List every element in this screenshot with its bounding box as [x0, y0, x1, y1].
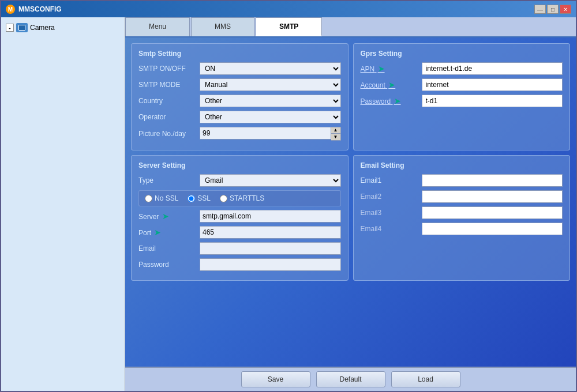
smtp-setting-title: Smtp Setting [138, 50, 341, 58]
server-email-label: Email [138, 244, 196, 252]
radio-starttls-input[interactable] [220, 195, 227, 202]
smtp-country-label: Country [138, 97, 196, 105]
gprs-apn-input[interactable] [422, 62, 563, 75]
email1-row: Email1 [361, 174, 563, 187]
radio-ssl-label: SSL [197, 194, 211, 202]
smtp-on-off-select[interactable]: ON OFF [200, 62, 341, 75]
title-bar-left: M MMSCONFIG [6, 5, 62, 14]
server-password-row: Password [138, 258, 341, 271]
radio-starttls[interactable]: STARTTLS [220, 194, 264, 202]
email4-label: Email4 [361, 225, 418, 233]
camera-label: Camera [30, 24, 55, 32]
server-port-label: Port ➤ [138, 228, 196, 237]
account-arrow: ➤ [388, 80, 395, 89]
radio-ssl[interactable]: SSL [188, 194, 211, 202]
title-buttons: — □ ✕ [534, 5, 571, 14]
smtp-mode-select[interactable]: Manual Auto [200, 78, 341, 91]
smtp-setting-box: Smtp Setting SMTP ON/OFF ON OFF SMTP MOD… [131, 43, 349, 150]
main-window: M MMSCONFIG — □ ✕ - Camera Menu [0, 0, 577, 392]
server-port-row: Port ➤ [138, 226, 341, 239]
server-type-label: Type [138, 176, 196, 184]
tree-expand-button[interactable]: - [6, 24, 14, 32]
window-title: MMSCONFIG [18, 5, 62, 13]
gprs-setting-title: Gprs Setting [361, 50, 563, 58]
radio-ssl-input[interactable] [188, 195, 195, 202]
spinner-buttons: ▲ ▼ [331, 127, 341, 141]
email1-input[interactable] [422, 174, 563, 187]
app-icon: M [6, 5, 15, 14]
maximize-button[interactable]: □ [547, 5, 559, 14]
content-area: Smtp Setting SMTP ON/OFF ON OFF SMTP MOD… [125, 37, 576, 367]
smtp-mode-row: SMTP MODE Manual Auto [138, 78, 341, 91]
ssl-radio-row: No SSL SSL STARTTLS [138, 190, 341, 206]
tab-mms[interactable]: MMS [191, 17, 254, 36]
bottom-section-row: Server Setting Type Gmail Custom No [131, 155, 570, 281]
server-setting-box: Server Setting Type Gmail Custom No [131, 155, 349, 281]
spinner-down[interactable]: ▼ [331, 134, 340, 140]
gprs-password-row: Password ➤ [361, 95, 563, 107]
apn-arrow: ➤ [378, 64, 385, 73]
radio-no-ssl[interactable]: No SSL [145, 194, 178, 202]
tab-smtp[interactable]: SMTP [256, 17, 322, 36]
server-server-label: Server ➤ [138, 212, 196, 221]
email3-input[interactable] [422, 206, 563, 219]
spinner-up[interactable]: ▲ [331, 127, 340, 134]
smtp-mode-label: SMTP MODE [138, 81, 196, 89]
server-arrow: ➤ [162, 212, 169, 221]
email3-label: Email3 [361, 209, 418, 217]
smtp-operator-row: Operator Other [138, 111, 341, 123]
server-setting-title: Server Setting [138, 161, 341, 169]
smtp-country-select[interactable]: Other Germany USA [200, 95, 341, 107]
email-setting-box: Email Setting Email1 Email2 Email3 [353, 155, 571, 281]
radio-starttls-label: STARTTLS [230, 194, 264, 202]
tree-camera-item[interactable]: - Camera [6, 22, 120, 33]
main-content: - Camera Menu MMS SMTP [1, 17, 576, 391]
radio-no-ssl-label: No SSL [155, 194, 178, 202]
tab-menu[interactable]: Menu [125, 17, 190, 36]
camera-icon [16, 23, 28, 32]
server-type-select[interactable]: Gmail Custom [200, 174, 341, 187]
server-server-input[interactable] [200, 210, 341, 223]
email2-label: Email2 [361, 193, 418, 201]
gprs-setting-box: Gprs Setting APN ➤ Account ➤ [353, 43, 571, 150]
server-password-input[interactable] [200, 258, 341, 271]
smtp-on-off-label: SMTP ON/OFF [138, 65, 196, 73]
minimize-button[interactable]: — [534, 5, 546, 14]
server-server-row: Server ➤ [138, 210, 341, 223]
tabs-bar: Menu MMS SMTP [125, 17, 576, 37]
email2-input[interactable] [422, 190, 563, 203]
right-panel: Menu MMS SMTP Smtp Setting SMTP [125, 17, 576, 391]
bottom-bar: Save Default Load [125, 367, 576, 391]
smtp-on-off-row: SMTP ON/OFF ON OFF [138, 62, 341, 75]
title-bar: M MMSCONFIG — □ ✕ [1, 1, 576, 17]
default-button[interactable]: Default [316, 371, 385, 387]
gprs-account-input[interactable] [422, 78, 563, 91]
close-button[interactable]: ✕ [560, 5, 571, 14]
email2-row: Email2 [361, 190, 563, 203]
email4-input[interactable] [422, 223, 563, 235]
gprs-account-label: Account ➤ [361, 80, 418, 89]
port-arrow: ➤ [154, 228, 161, 237]
gprs-password-input[interactable] [422, 95, 563, 107]
smtp-operator-select[interactable]: Other [200, 111, 341, 123]
picture-input[interactable] [200, 127, 331, 140]
gprs-apn-label: APN ➤ [361, 64, 418, 73]
email4-row: Email4 [361, 223, 563, 235]
server-password-label: Password [138, 261, 196, 269]
server-type-row: Type Gmail Custom [138, 174, 341, 187]
save-button[interactable]: Save [241, 371, 310, 387]
picture-spinner: ▲ ▼ [200, 127, 341, 141]
server-email-input[interactable] [200, 242, 341, 255]
radio-no-ssl-input[interactable] [145, 195, 152, 202]
gprs-account-row: Account ➤ [361, 78, 563, 91]
email1-label: Email1 [361, 176, 418, 184]
smtp-operator-label: Operator [138, 113, 196, 121]
smtp-picture-row: Picture No./day ▲ ▼ [138, 127, 341, 141]
server-port-input[interactable] [200, 226, 341, 239]
top-section-row: Smtp Setting SMTP ON/OFF ON OFF SMTP MOD… [131, 43, 570, 150]
email3-row: Email3 [361, 206, 563, 219]
load-button[interactable]: Load [391, 371, 460, 387]
gprs-password-arrow: ➤ [394, 96, 401, 105]
gprs-password-label: Password ➤ [361, 96, 418, 105]
smtp-country-row: Country Other Germany USA [138, 95, 341, 107]
